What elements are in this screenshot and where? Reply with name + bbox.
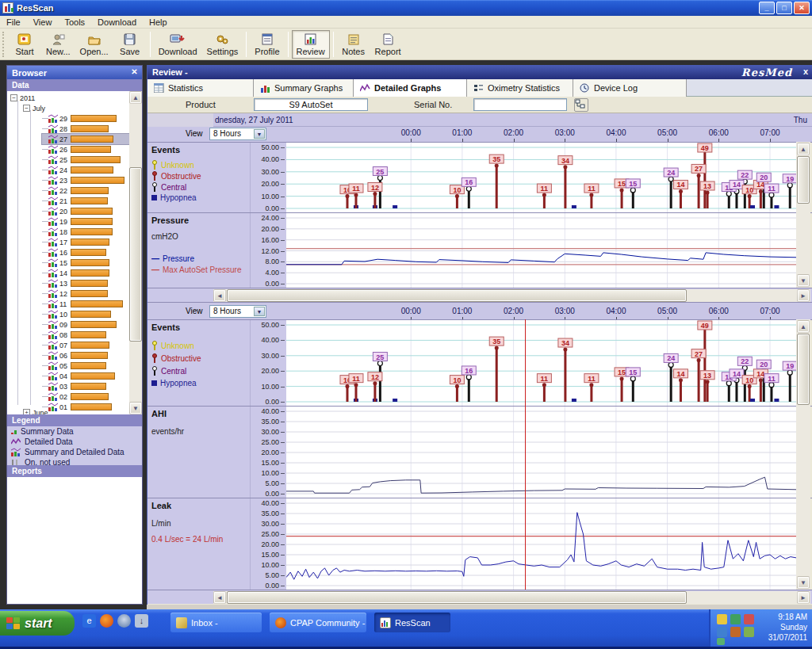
taskbar-button-resscan[interactable]: ResScan xyxy=(374,613,450,632)
scroll-left-icon[interactable]: ◄ xyxy=(213,289,226,302)
cursor-line[interactable] xyxy=(525,319,526,590)
tree-day-14[interactable]: 14 xyxy=(42,268,129,278)
tree-day-16[interactable]: 16 xyxy=(42,247,129,258)
tree-day-12[interactable]: 12 xyxy=(42,288,129,299)
tree-node-2011[interactable]: − 2011 xyxy=(10,93,35,103)
tree-day-22[interactable]: 22 xyxy=(42,185,129,196)
bottom-panel-vscrollbar[interactable]: ▲ ▼ xyxy=(796,319,810,590)
tree-day-07[interactable]: 07 xyxy=(42,340,129,350)
tree-day-17[interactable]: 17 xyxy=(42,237,129,247)
maximize-button[interactable]: □ xyxy=(776,2,792,14)
tab-detailed-graphs[interactable]: Detailed Graphs xyxy=(354,79,467,97)
scroll-down-icon[interactable]: ▼ xyxy=(129,402,142,414)
collapse-icon[interactable]: − xyxy=(10,94,17,101)
start-toolbar-button[interactable]: Start xyxy=(8,30,41,59)
tray-icon-1[interactable] xyxy=(717,614,727,624)
tab-oximetry-statistics[interactable]: Oximetry Statistics xyxy=(467,79,573,97)
tree-scrollbar[interactable]: ▲ ▼ xyxy=(129,91,142,414)
taskbar-button-cpap-community[interactable]: CPAP Community - Vi... xyxy=(270,613,366,632)
save-button[interactable]: Save xyxy=(113,30,147,59)
tree-day-24[interactable]: 24 xyxy=(42,165,129,175)
internet-explorer-icon[interactable]: e xyxy=(82,614,96,628)
tree-day-18[interactable]: 18 xyxy=(42,227,129,237)
browser-globe-icon[interactable] xyxy=(117,614,131,628)
review-close-icon[interactable]: x xyxy=(803,67,808,76)
tree-day-09[interactable]: 09 xyxy=(42,319,129,330)
scroll-thumb[interactable] xyxy=(797,334,810,405)
scroll-up-icon[interactable]: ▲ xyxy=(797,143,810,155)
collapse-icon[interactable]: − xyxy=(23,105,30,112)
tree-day-25[interactable]: 25 xyxy=(42,155,129,165)
notes-button[interactable]: Notes xyxy=(337,30,370,59)
scroll-right-icon[interactable]: ► xyxy=(797,289,810,302)
tree-day-26[interactable]: 26 xyxy=(42,144,129,155)
tree-day-28[interactable]: 28 xyxy=(42,124,129,134)
hscroll-thumb[interactable] xyxy=(227,289,687,302)
tree-day-15[interactable]: 15 xyxy=(42,258,129,268)
tree-day-04[interactable]: 04 xyxy=(42,371,129,381)
chevron-down-icon[interactable]: ▼ xyxy=(254,129,265,139)
menu-help[interactable]: Help xyxy=(143,17,174,28)
tree-day-23[interactable]: 23 xyxy=(42,175,129,185)
tree-node-july[interactable]: − July xyxy=(23,103,45,113)
close-button[interactable]: ✕ xyxy=(794,2,810,14)
download-button[interactable]: Download xyxy=(154,30,202,59)
serial-field[interactable] xyxy=(473,98,567,111)
tree-day-27[interactable]: 27 xyxy=(42,134,129,144)
firefox-icon[interactable] xyxy=(100,614,113,628)
tree-day-21[interactable]: 21 xyxy=(42,196,129,206)
menu-view[interactable]: View xyxy=(27,17,59,28)
report-button[interactable]: Report xyxy=(370,30,406,59)
scroll-left-icon[interactable]: ◄ xyxy=(213,591,226,604)
tree-day-10[interactable]: 10 xyxy=(42,309,129,319)
taskbar-button-inbox[interactable]: Inbox - xyxy=(170,613,262,632)
scroll-down-icon[interactable]: ▼ xyxy=(797,576,810,589)
tray-icon-5[interactable] xyxy=(730,627,741,637)
top-panel-vscrollbar[interactable]: ▲ ▼ xyxy=(796,142,810,288)
tree-day-13[interactable]: 13 xyxy=(42,278,129,288)
tree-day-19[interactable]: 19 xyxy=(42,216,129,227)
settings-button[interactable]: Settings xyxy=(202,30,243,59)
ahi-plot[interactable] xyxy=(286,407,796,498)
scroll-up-icon[interactable]: ▲ xyxy=(797,320,810,333)
open-button[interactable]: Open... xyxy=(75,30,113,59)
tree-day-29[interactable]: 29 xyxy=(42,113,129,124)
chevron-down-icon[interactable]: ▼ xyxy=(254,307,265,316)
leak-plot[interactable] xyxy=(286,498,796,590)
tree-node-june[interactable]: + June xyxy=(23,407,48,414)
new-button[interactable]: New... xyxy=(41,30,75,59)
tray-icon-3[interactable] xyxy=(744,614,754,624)
device-tree-button[interactable] xyxy=(574,98,588,112)
tab-device-log[interactable]: Device Log xyxy=(573,79,687,97)
tray-icon-7[interactable] xyxy=(717,638,725,645)
tray-icon-4[interactable] xyxy=(717,627,727,637)
events-plot-bottom[interactable]: 1011122510163511341115152414274913121422… xyxy=(286,320,796,407)
tab-statistics[interactable]: Statistics xyxy=(147,79,254,97)
tree-day-05[interactable]: 05 xyxy=(42,361,129,371)
tree-scroll-thumb[interactable] xyxy=(129,167,142,342)
scroll-down-icon[interactable]: ▼ xyxy=(797,274,810,287)
tray-icon-6[interactable] xyxy=(744,627,754,637)
top-hscrollbar[interactable]: ◄ ► xyxy=(213,289,810,302)
tree-day-01[interactable]: 01 xyxy=(42,402,129,412)
pressure-plot[interactable] xyxy=(286,213,796,288)
tree-day-11[interactable]: 11 xyxy=(42,299,129,309)
hscroll-thumb[interactable] xyxy=(227,591,687,604)
menu-tools[interactable]: Tools xyxy=(58,17,91,28)
show-desktop-icon[interactable]: ↓ xyxy=(135,614,148,628)
browser-close-icon[interactable]: ✕ xyxy=(129,67,140,78)
scroll-up-icon[interactable]: ▲ xyxy=(129,91,142,104)
expand-icon[interactable]: + xyxy=(23,409,30,414)
minimize-button[interactable]: _ xyxy=(759,2,775,14)
bottom-hscrollbar[interactable]: ◄ ► xyxy=(213,591,810,604)
profile-button[interactable]: Profile xyxy=(250,30,284,59)
menu-file[interactable]: File xyxy=(0,17,27,28)
tree-day-03[interactable]: 03 xyxy=(42,381,129,391)
events-plot-top[interactable]: 1011122510163511341115152414274913121422… xyxy=(286,143,796,213)
tree-day-06[interactable]: 06 xyxy=(42,350,129,361)
tree-day-08[interactable]: 08 xyxy=(42,330,129,340)
tray-icon-2[interactable] xyxy=(730,614,741,624)
menu-download[interactable]: Download xyxy=(91,17,143,28)
start-menu-button[interactable]: start xyxy=(0,611,75,636)
review-button[interactable]: Review xyxy=(292,30,330,59)
